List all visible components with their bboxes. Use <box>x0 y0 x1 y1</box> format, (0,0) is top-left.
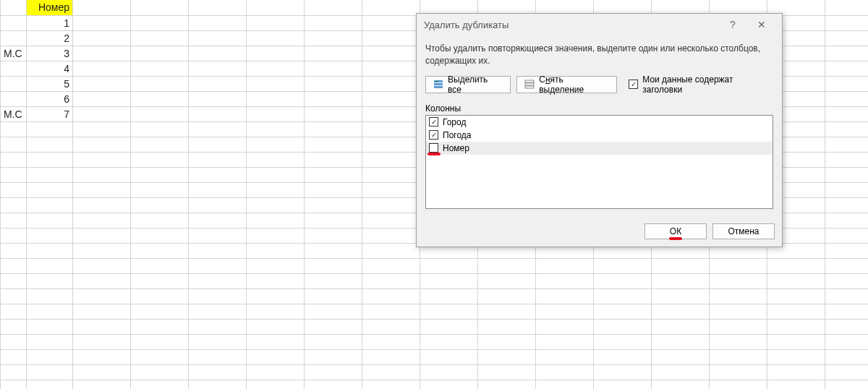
cell[interactable] <box>825 228 869 243</box>
cell[interactable] <box>27 228 73 243</box>
cell[interactable] <box>73 273 131 288</box>
cell[interactable] <box>73 137 131 152</box>
cell[interactable] <box>247 334 305 349</box>
cell[interactable] <box>1 288 27 304</box>
cell[interactable] <box>825 137 869 152</box>
cell[interactable] <box>131 319 189 334</box>
cell[interactable] <box>652 288 710 304</box>
select-all-button[interactable]: Выделить все <box>425 76 511 93</box>
cell[interactable] <box>189 380 247 389</box>
cell[interactable] <box>767 349 825 364</box>
cell[interactable] <box>478 334 536 349</box>
cell[interactable] <box>73 30 131 46</box>
cell[interactable] <box>247 182 305 197</box>
cell[interactable] <box>247 213 305 228</box>
cell[interactable] <box>189 213 247 228</box>
cell[interactable] <box>652 349 710 364</box>
cell[interactable] <box>131 167 189 182</box>
cell[interactable] <box>131 106 189 121</box>
help-button[interactable]: ? <box>718 19 747 30</box>
cell[interactable] <box>247 30 305 46</box>
column-item[interactable]: Город <box>426 116 773 129</box>
cell[interactable] <box>362 76 420 91</box>
cell[interactable] <box>825 0 869 15</box>
cell[interactable] <box>536 288 594 304</box>
cell[interactable] <box>1 61 27 76</box>
cell[interactable] <box>131 228 189 243</box>
cell[interactable] <box>131 91 189 106</box>
cell[interactable] <box>362 288 420 304</box>
cell[interactable] <box>27 258 73 273</box>
cell[interactable] <box>420 304 478 319</box>
cell[interactable] <box>189 152 247 167</box>
cell[interactable] <box>247 121 305 137</box>
cell[interactable] <box>710 334 767 349</box>
cell[interactable] <box>362 243 420 258</box>
cell[interactable] <box>362 61 420 76</box>
cell[interactable] <box>478 364 536 380</box>
cell[interactable] <box>131 137 189 152</box>
cell[interactable] <box>652 273 710 288</box>
cell[interactable] <box>247 364 305 380</box>
cell[interactable] <box>73 91 131 106</box>
cell[interactable] <box>536 258 594 273</box>
cell[interactable] <box>536 364 594 380</box>
cell[interactable] <box>825 213 869 228</box>
cell[interactable] <box>27 137 73 152</box>
cell[interactable] <box>825 258 869 273</box>
cell[interactable] <box>825 46 869 61</box>
cell[interactable] <box>131 152 189 167</box>
cell[interactable] <box>305 364 362 380</box>
cell[interactable] <box>536 319 594 334</box>
cell[interactable] <box>27 273 73 288</box>
cell[interactable] <box>247 243 305 258</box>
cell[interactable]: 5 <box>27 76 73 91</box>
cell[interactable] <box>652 304 710 319</box>
cell[interactable] <box>247 15 305 30</box>
cell[interactable] <box>594 380 652 389</box>
cell[interactable]: 1 <box>27 15 73 30</box>
cell[interactable] <box>1 334 27 349</box>
unselect-all-button[interactable]: Снять выделение <box>516 76 617 93</box>
cell[interactable] <box>420 364 478 380</box>
columns-listbox[interactable]: ГородПогодаНомер <box>425 115 773 209</box>
cell[interactable] <box>710 380 767 389</box>
cell[interactable] <box>131 288 189 304</box>
cell[interactable] <box>305 349 362 364</box>
cell[interactable] <box>305 213 362 228</box>
cell[interactable] <box>131 304 189 319</box>
cell[interactable] <box>362 91 420 106</box>
cell[interactable] <box>767 334 825 349</box>
cell[interactable] <box>131 0 189 15</box>
cell[interactable] <box>478 273 536 288</box>
cell[interactable]: 2 <box>27 30 73 46</box>
cell[interactable] <box>1 319 27 334</box>
cell[interactable] <box>27 319 73 334</box>
cell[interactable] <box>247 228 305 243</box>
cell[interactable] <box>362 106 420 121</box>
cell[interactable] <box>536 380 594 389</box>
cell[interactable]: 7 <box>27 106 73 121</box>
cell[interactable] <box>189 288 247 304</box>
cell[interactable] <box>825 273 869 288</box>
cell[interactable] <box>305 76 362 91</box>
cell[interactable] <box>189 121 247 137</box>
cell[interactable] <box>652 319 710 334</box>
cell[interactable] <box>305 243 362 258</box>
cell[interactable] <box>1 0 27 15</box>
checkbox-icon[interactable] <box>429 130 438 140</box>
cell[interactable] <box>247 0 305 15</box>
cell[interactable] <box>710 304 767 319</box>
cell[interactable] <box>73 61 131 76</box>
cell[interactable] <box>362 137 420 152</box>
cell[interactable] <box>825 182 869 197</box>
cell[interactable] <box>247 319 305 334</box>
cell[interactable] <box>1 349 27 364</box>
cell[interactable] <box>73 0 131 15</box>
cell[interactable] <box>73 364 131 380</box>
cell[interactable] <box>73 197 131 213</box>
cell[interactable] <box>247 91 305 106</box>
cell[interactable] <box>73 15 131 30</box>
cell[interactable]: Номер <box>27 0 73 15</box>
cell[interactable] <box>594 349 652 364</box>
